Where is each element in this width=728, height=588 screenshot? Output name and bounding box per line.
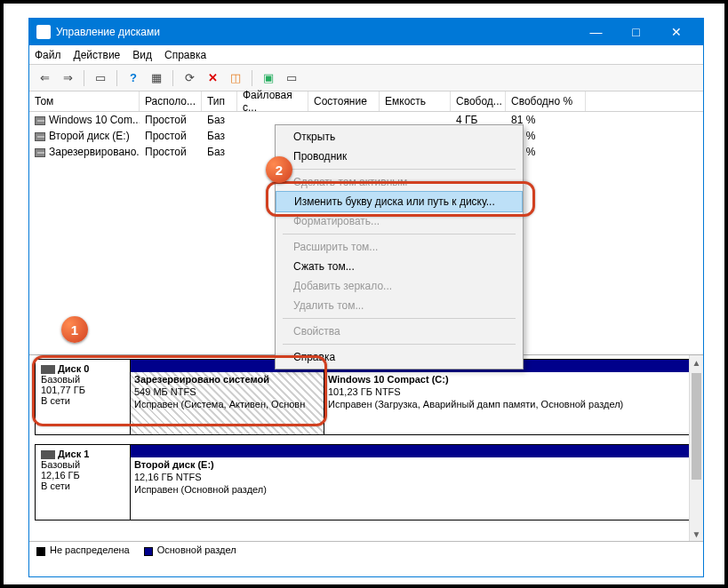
volume-type: Баз (202, 146, 237, 158)
disk-header[interactable]: Диск 1 Базовый 12,16 ГБ В сети (35, 444, 131, 520)
disk-icon (41, 365, 55, 374)
app-icon (36, 25, 51, 39)
scroll-down-icon[interactable]: ▼ (690, 527, 703, 541)
volume-type: Баз (202, 114, 237, 126)
disk-name: Диск 1 (58, 449, 89, 459)
disk-row: Диск 0 Базовый 101,77 ГБ В сети Зарезерв… (35, 359, 698, 435)
menu-action[interactable]: Действие (74, 49, 121, 61)
show-hide-tree-button[interactable]: ▭ (91, 68, 110, 88)
disk-row: Диск 1 Базовый 12,16 ГБ В сети Второй ди… (35, 444, 698, 520)
volume-icon (35, 132, 45, 141)
partition-state: Исправен (Основной раздел) (134, 484, 693, 497)
partition-title: Второй диск (E:) (134, 459, 693, 472)
partition-state: Исправен (Загрузка, Аварийный дамп памят… (328, 399, 693, 411)
col-layout[interactable]: Располо... (140, 91, 202, 111)
legend: Не распределена Основной раздел (29, 541, 703, 559)
disk-layout-pane: Диск 0 Базовый 101,77 ГБ В сети Зарезерв… (29, 354, 703, 559)
disk-partitions: Зарезервировано системой 549 МБ NTFS Исп… (131, 359, 698, 435)
ctx-shrink[interactable]: Сжать том... (276, 257, 523, 276)
disk-size: 101,77 ГБ (41, 385, 124, 395)
ctx-delete: Удалить том... (276, 296, 523, 315)
scroll-thumb[interactable] (692, 373, 701, 480)
legend-swatch-unallocated (36, 547, 45, 556)
ctx-properties: Свойства (276, 322, 523, 341)
ctx-extend: Расширить том... (276, 237, 523, 257)
grid-header: Том Располо... Тип Файловая с... Состоян… (29, 91, 703, 112)
volume-layout: Простой (140, 146, 202, 158)
back-button[interactable]: ⇐ (35, 68, 54, 88)
partition-sub: 12,16 ГБ NTFS (134, 472, 693, 484)
ctx-mark-active: Сделать том активным (276, 172, 523, 192)
volume-name: Зарезервировано... (49, 146, 140, 158)
partition-state: Исправен (Система, Активен, Основн (134, 399, 320, 411)
ctx-change-letter[interactable]: Изменить букву диска или путь к диску... (276, 191, 523, 212)
annotation-badge-2: 2 (266, 156, 292, 183)
partition-sub: 549 МБ NTFS (134, 386, 320, 399)
partition[interactable]: Зарезервировано системой 549 МБ NTFS Исп… (131, 360, 324, 434)
maximize-button[interactable]: □ (616, 19, 656, 45)
col-freepct[interactable]: Свободно % (506, 91, 586, 111)
delete-button[interactable]: ✕ (203, 68, 222, 88)
disk-type: Базовый (41, 459, 124, 470)
ctx-help[interactable]: Справка (276, 347, 523, 367)
disk-status: В сети (41, 481, 124, 491)
ctx-explorer[interactable]: Проводник (276, 147, 523, 166)
volume-icon (35, 116, 45, 125)
disk-size: 12,16 ГБ (41, 470, 124, 481)
menubar: Файл Действие Вид Справка (29, 45, 703, 65)
properties-button[interactable]: ▭ (282, 68, 301, 88)
minimize-button[interactable]: — (576, 19, 616, 45)
col-volume[interactable]: Том (29, 91, 140, 111)
settings-button[interactable]: ◫ (226, 68, 245, 88)
partition-stripe (131, 445, 697, 457)
help-button[interactable]: ? (124, 68, 143, 88)
close-button[interactable]: ✕ (656, 19, 696, 45)
partition-title: Зарезервировано системой (134, 374, 320, 386)
forward-button[interactable]: ⇒ (58, 68, 77, 88)
legend-primary: Основной раздел (157, 544, 236, 555)
col-status[interactable]: Состояние (308, 91, 380, 111)
context-menu: Открыть Проводник Сделать том активным И… (275, 124, 524, 369)
ctx-add-mirror: Добавить зеркало... (276, 276, 523, 296)
window-title: Управление дисками (56, 26, 576, 38)
vertical-scrollbar[interactable]: ▲ ▼ (689, 355, 703, 541)
partition[interactable]: Windows 10 Compact (C:) 101,23 ГБ NTFS И… (324, 360, 697, 434)
col-filesystem[interactable]: Файловая с... (237, 91, 308, 111)
volume-layout: Простой (140, 130, 202, 142)
menu-help[interactable]: Справка (164, 49, 206, 61)
disk-icon (41, 450, 55, 459)
menu-file[interactable]: Файл (35, 49, 61, 61)
ctx-open[interactable]: Открыть (276, 127, 523, 147)
disk-type: Базовый (41, 374, 124, 385)
volume-type: Баз (202, 130, 237, 142)
legend-unallocated: Не распределена (50, 544, 130, 555)
scroll-up-icon[interactable]: ▲ (690, 355, 703, 369)
menu-view[interactable]: Вид (132, 49, 152, 61)
col-free[interactable]: Свобод... (451, 91, 506, 111)
refresh-button[interactable]: ⟳ (180, 68, 199, 88)
col-capacity[interactable]: Емкость (380, 91, 451, 111)
view-button[interactable]: ▦ (147, 68, 166, 88)
disk-header[interactable]: Диск 0 Базовый 101,77 ГБ В сети (35, 359, 131, 435)
partition-sub: 101,23 ГБ NTFS (328, 386, 693, 399)
disk-status: В сети (41, 395, 124, 406)
volume-icon (35, 148, 45, 157)
volume-name: Windows 10 Com... (49, 114, 140, 126)
partition[interactable]: Второй диск (E:) 12,16 ГБ NTFS Исправен … (131, 445, 697, 520)
disk-name: Диск 0 (58, 363, 89, 374)
titlebar[interactable]: Управление дисками — □ ✕ (29, 19, 703, 45)
disk-partitions: Второй диск (E:) 12,16 ГБ NTFS Исправен … (131, 444, 698, 520)
col-type[interactable]: Тип (202, 91, 237, 111)
toolbar: ⇐ ⇒ ▭ ? ▦ ⟳ ✕ ◫ ▣ ▭ (29, 65, 703, 91)
annotation-badge-1: 1 (61, 316, 88, 343)
volume-layout: Простой (140, 114, 202, 126)
action-button[interactable]: ▣ (259, 68, 278, 88)
legend-swatch-primary (144, 547, 153, 556)
partition-title: Windows 10 Compact (C:) (328, 374, 693, 386)
volume-name: Второй диск (E:) (49, 130, 130, 142)
ctx-format: Форматировать... (276, 211, 523, 231)
